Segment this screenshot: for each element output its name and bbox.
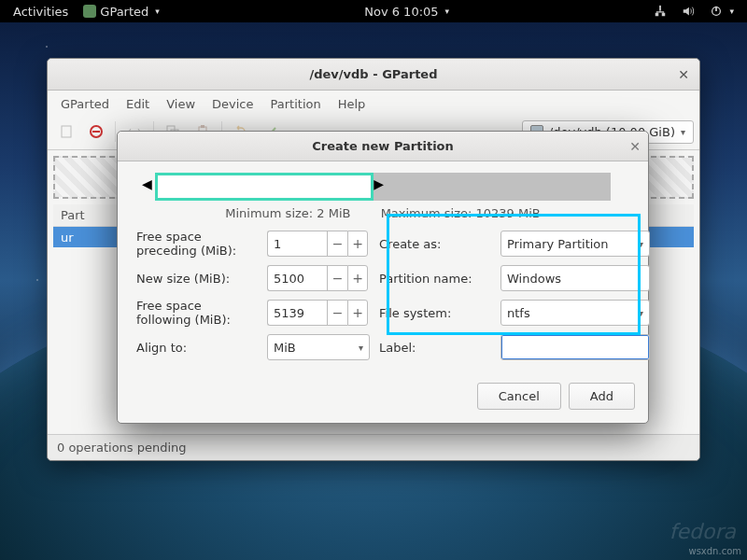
size-slider-fill <box>155 173 374 201</box>
size-limits: Minimum size: 2 MiB Maximum size: 10239 … <box>118 206 648 220</box>
dialog-title: Create new Partition <box>312 139 454 153</box>
new-size-spin[interactable]: − + <box>267 265 370 291</box>
menu-help[interactable]: Help <box>331 94 374 114</box>
menu-partition[interactable]: Partition <box>263 94 329 114</box>
file-system-combo[interactable]: ntfs <box>500 300 650 326</box>
menu-edit[interactable]: Edit <box>119 94 157 114</box>
gparted-icon <box>83 5 96 18</box>
minus-button[interactable]: − <box>327 300 347 326</box>
max-size-label: Maximum size: 10239 MiB <box>381 206 541 220</box>
clock[interactable]: Nov 6 10:05 <box>357 5 457 19</box>
top-panel: Activities GParted Nov 6 10:05 <box>0 0 747 22</box>
label-partition-name: Partition name: <box>379 272 491 286</box>
new-button <box>53 119 79 144</box>
svg-rect-4 <box>716 7 718 11</box>
min-size-label: Minimum size: 2 MiB <box>225 206 350 220</box>
label-input[interactable] <box>500 334 650 360</box>
partition-name-input[interactable] <box>500 265 650 291</box>
window-title: /dev/vdb - GParted <box>310 67 438 81</box>
fedora-logo: fedora <box>669 520 736 543</box>
menu-gparted[interactable]: GParted <box>53 94 117 114</box>
label-new-size: New size (MiB): <box>136 272 258 286</box>
watermark: wsxdn.com <box>688 546 741 556</box>
power-icon[interactable] <box>702 5 741 18</box>
label-free-preceding: Free space preceding (MiB): <box>136 230 258 258</box>
label-align-to: Align to: <box>136 341 258 355</box>
app-menu[interactable]: GParted <box>76 5 167 19</box>
menu-device[interactable]: Device <box>204 94 261 114</box>
dialog-buttons: Cancel Add <box>118 373 648 423</box>
align-to-combo[interactable]: MiB <box>267 334 370 360</box>
free-following-input[interactable] <box>267 300 327 326</box>
free-following-spin[interactable]: − + <box>267 300 370 326</box>
svg-rect-2 <box>662 13 666 17</box>
new-size-input[interactable] <box>267 265 327 291</box>
menubar: GParted Edit View Device Partition Help <box>48 91 699 118</box>
statusbar: 0 operations pending <box>48 434 699 460</box>
svg-rect-5 <box>62 126 71 137</box>
create-as-combo[interactable]: Primary Partition <box>500 231 650 257</box>
plus-button[interactable]: + <box>347 231 368 257</box>
activities-button[interactable]: Activities <box>6 5 76 19</box>
create-partition-dialog: Create new Partition ✕ ◀ ▶ Minimum size:… <box>117 131 649 424</box>
svg-rect-1 <box>655 13 659 17</box>
menu-view[interactable]: View <box>159 94 203 114</box>
slider-handle-right[interactable]: ▶ <box>374 176 384 191</box>
label-create-as: Create as: <box>379 237 491 251</box>
svg-rect-11 <box>201 125 204 128</box>
add-button[interactable]: Add <box>569 383 635 410</box>
close-icon[interactable]: ✕ <box>629 139 641 154</box>
svg-rect-0 <box>660 6 662 10</box>
network-icon[interactable] <box>646 5 674 18</box>
app-menu-label: GParted <box>100 5 148 19</box>
cancel-button[interactable]: Cancel <box>477 383 561 410</box>
free-preceding-input[interactable] <box>267 231 327 257</box>
label-free-following: Free space following (MiB): <box>136 299 258 327</box>
label-label: Label: <box>379 341 491 355</box>
dialog-titlebar[interactable]: Create new Partition ✕ <box>118 132 648 161</box>
slider-handle-left[interactable]: ◀ <box>142 176 152 191</box>
minus-button[interactable]: − <box>327 265 347 291</box>
minus-button[interactable]: − <box>327 231 347 257</box>
close-icon[interactable]: ✕ <box>675 66 692 83</box>
plus-button[interactable]: + <box>347 300 368 326</box>
partition-form: Free space preceding (MiB): − + Create a… <box>118 230 648 373</box>
volume-icon[interactable] <box>674 5 702 18</box>
delete-button[interactable] <box>83 119 109 144</box>
label-file-system: File system: <box>379 306 491 320</box>
window-titlebar[interactable]: /dev/vdb - GParted ✕ <box>48 59 699 91</box>
plus-button[interactable]: + <box>347 265 368 291</box>
size-slider[interactable]: ◀ ▶ <box>155 173 611 201</box>
free-preceding-spin[interactable]: − + <box>267 231 370 257</box>
